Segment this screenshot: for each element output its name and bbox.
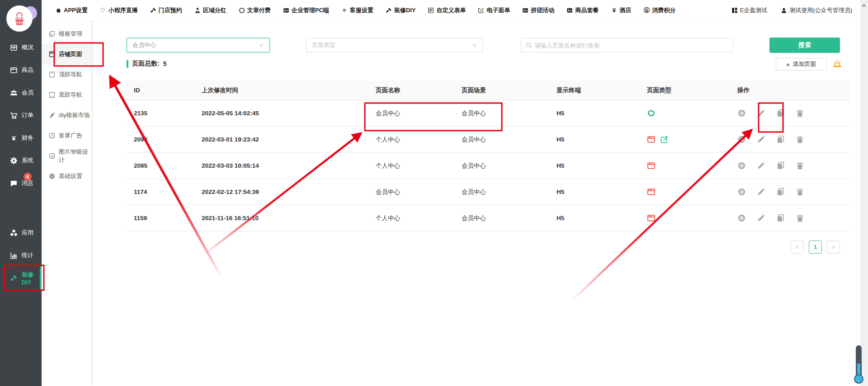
next-page-button[interactable]: > xyxy=(827,240,840,254)
sidebar-item-goods[interactable]: 商品 xyxy=(0,59,42,81)
edit-pencil-icon[interactable] xyxy=(757,161,765,170)
sidebar-item-stats[interactable]: 统计 xyxy=(0,244,42,267)
delete-icon[interactable] xyxy=(796,214,804,222)
search-input[interactable] xyxy=(535,42,728,49)
cell-terminal: H5 xyxy=(549,188,640,195)
sidebar-item-label: 概况 xyxy=(22,43,33,52)
sidebar-item-orders[interactable]: 订单 xyxy=(0,104,42,127)
template-sub-sidebar: 模板管理 店铺页面 顶部导航 底部导航 diy模板市场 首屏广告 图片智能设计 … xyxy=(42,21,91,386)
cell-actions xyxy=(730,109,850,118)
col-header-name: 页面名称 xyxy=(368,86,454,94)
search-button[interactable]: 搜索 xyxy=(769,38,840,53)
top-nav-bar: APP设置 ♡ 小程序直播 门店预约 区域分红 文章付费 企业管理PC端 ≡ 客… xyxy=(42,0,860,21)
table-row: 2085 2022-03-03 10:05:14 个人中心 会员中心 H5 xyxy=(127,153,850,179)
topnav-item-store-booking[interactable]: 门店预约 xyxy=(150,6,182,14)
topnav-item-customer-service[interactable]: ≡ 客服设置 xyxy=(341,6,373,14)
swirl-icon xyxy=(647,109,656,118)
subnav-item-template-manage[interactable]: 模板管理 xyxy=(42,24,91,44)
edit-icon xyxy=(478,7,484,14)
sidebar-item-messages[interactable]: 消息 6 xyxy=(0,172,42,194)
delete-icon[interactable] xyxy=(796,161,804,170)
sidebar-item-system[interactable]: 系统 xyxy=(0,149,42,172)
alarm-icon[interactable] xyxy=(832,59,843,70)
chevron-down-icon xyxy=(472,42,477,48)
accent-bar xyxy=(127,60,128,68)
subnav-item-shop-pages[interactable]: 店铺页面 xyxy=(42,44,91,64)
copy-icon[interactable] xyxy=(776,188,785,196)
copy-icon[interactable] xyxy=(776,161,785,170)
subnav-item-basic-settings[interactable]: 基础设置 xyxy=(42,166,91,186)
subnav-item-smart-image-design[interactable]: 图片智能设计 xyxy=(42,146,91,166)
view-icon[interactable] xyxy=(737,135,746,144)
edit-pencil-icon[interactable] xyxy=(757,135,765,144)
square-edit-icon[interactable] xyxy=(660,135,669,144)
topnav-item-article-pay[interactable]: 文章付费 xyxy=(239,6,271,14)
sidebar-item-apps[interactable]: 应用 xyxy=(0,221,42,244)
add-page-button[interactable]: + 添加页面 xyxy=(776,58,826,71)
pages-table: ID 上次修改时间 页面名称 页面场景 显示终端 页面类型 操作 2135 20… xyxy=(127,80,850,231)
edit-pencil-icon[interactable] xyxy=(757,214,765,222)
cell-page-type xyxy=(640,135,730,144)
topnav-item-region-dividend[interactable]: 区域分红 xyxy=(194,6,226,14)
topnav-item-e-waybill[interactable]: 电子面单 xyxy=(478,6,510,14)
diy-gavel-icon xyxy=(10,274,18,282)
person-icon xyxy=(194,7,201,14)
delete-icon[interactable] xyxy=(796,135,804,144)
back-to-top-widget[interactable] xyxy=(856,345,862,379)
subnav-item-diy-market[interactable]: diy模板市场 xyxy=(42,105,91,125)
page-type-select[interactable]: 页面类型 xyxy=(306,38,483,52)
view-icon[interactable] xyxy=(737,214,746,222)
workspace-switcher[interactable]: E企盈测试 xyxy=(731,6,768,14)
copy-icon[interactable] xyxy=(776,109,785,118)
view-icon[interactable] xyxy=(737,109,746,118)
browser-scrollbar[interactable] xyxy=(860,0,868,386)
copy-icon[interactable] xyxy=(776,135,785,144)
scene-select[interactable]: 会员中心 xyxy=(127,38,270,52)
cell-page-type xyxy=(640,161,730,170)
sidebar-item-label: 商品 xyxy=(22,66,33,74)
sidebar-item-label: 订单 xyxy=(22,111,33,119)
sidebar-item-overview[interactable]: 概况 xyxy=(0,36,42,59)
topnav-item-group-buy[interactable]: 拼团活动 xyxy=(522,6,554,14)
topnav-item-consume-points[interactable]: Ⓢ 消费积分 xyxy=(643,6,675,14)
app-logo[interactable]: FREE xyxy=(0,0,42,36)
cell-scene: 会员中心 xyxy=(454,162,549,170)
cell-name: 会员中心 xyxy=(368,109,454,118)
copy-icon[interactable] xyxy=(776,214,785,222)
sidebar-item-diy[interactable]: 装修DIY xyxy=(0,267,42,289)
cell-page-type xyxy=(640,109,730,118)
delete-icon[interactable] xyxy=(796,188,804,196)
sidebar-item-members[interactable]: 会员 xyxy=(0,81,42,104)
page-number-1[interactable]: 1 xyxy=(809,240,822,254)
topnav-item-enterprise-pc[interactable]: 企业管理PC端 xyxy=(283,6,329,14)
topnav-item-mini-program-live[interactable]: ♡ 小程序直播 xyxy=(100,6,138,14)
scroll-up-arrow-icon[interactable] xyxy=(862,3,866,7)
cell-scene: 会员中心 xyxy=(454,188,549,196)
message-icon xyxy=(10,179,18,187)
subnav-item-bottom-nav[interactable]: 底部导航 xyxy=(42,85,91,105)
view-icon[interactable] xyxy=(737,188,746,196)
subnav-item-splash-ad[interactable]: 首屏广告 xyxy=(42,125,91,146)
subnav-item-top-nav[interactable]: 顶部导航 xyxy=(42,64,91,85)
prev-page-button[interactable]: < xyxy=(791,240,804,254)
cell-id: 2135 xyxy=(127,110,194,117)
table-row: 1159 2021-11-16 16:51:10 个人中心 会员中心 H5 xyxy=(127,205,850,231)
sidebar-item-finance[interactable]: ¥ 财务 xyxy=(0,127,42,149)
edit-pencil-icon[interactable] xyxy=(757,188,765,196)
user-menu[interactable]: 测试使用(公众号管理员) xyxy=(781,6,852,14)
cell-id: 2093 xyxy=(127,136,194,143)
thermo-knob[interactable] xyxy=(854,374,863,384)
apps-icon xyxy=(10,229,18,237)
edit-pencil-icon[interactable] xyxy=(757,109,765,118)
view-icon[interactable] xyxy=(737,161,746,170)
browser-icon xyxy=(647,214,656,222)
delete-icon[interactable] xyxy=(796,109,804,118)
topnav-item-hotel[interactable]: ¥ 酒店 xyxy=(611,6,631,14)
cell-actions xyxy=(730,161,850,170)
topnav-item-custom-form[interactable]: 自定义表单 xyxy=(428,6,466,14)
topnav-item-diy-decorate[interactable]: 装修DIY xyxy=(386,6,416,14)
topnav-item-product-package[interactable]: 商品套餐 xyxy=(566,6,599,14)
cell-modified: 2022-05-05 14:02:45 xyxy=(194,110,368,117)
topnav-item-app-settings[interactable]: APP设置 xyxy=(55,6,88,14)
table-row: 1174 2022-02-12 17:54:39 会员中心 会员中心 H5 xyxy=(127,179,850,205)
